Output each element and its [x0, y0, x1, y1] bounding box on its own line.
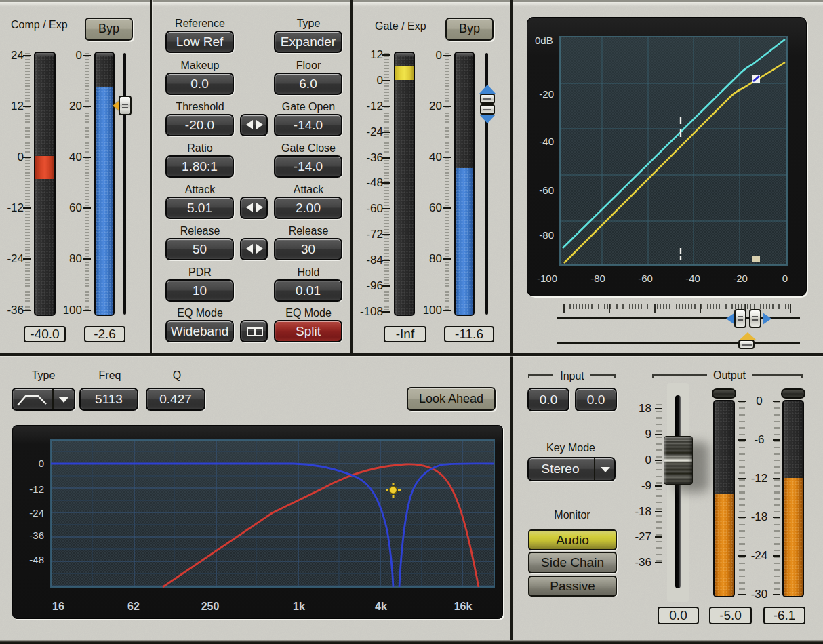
svg-text:62: 62 — [127, 601, 140, 612]
svg-text:-80: -80 — [539, 229, 554, 241]
svg-text:-36: -36 — [29, 529, 44, 541]
svg-text:0dB: 0dB — [535, 35, 553, 46]
svg-text:-48: -48 — [29, 554, 44, 565]
svg-text:16: 16 — [52, 601, 64, 612]
svg-text:1k: 1k — [293, 601, 305, 612]
svg-text:-100: -100 — [537, 273, 557, 284]
svg-text:250: 250 — [201, 601, 220, 612]
svg-text:-80: -80 — [590, 273, 605, 284]
svg-text:-40: -40 — [539, 136, 554, 147]
svg-text:4k: 4k — [375, 601, 387, 612]
svg-text:-20: -20 — [733, 273, 748, 284]
svg-text:0: 0 — [39, 458, 44, 469]
svg-text:-60: -60 — [539, 184, 554, 196]
svg-text:-60: -60 — [638, 273, 653, 284]
svg-text:-24: -24 — [29, 507, 44, 519]
svg-text:-20: -20 — [539, 88, 554, 100]
svg-text:0: 0 — [782, 273, 788, 284]
svg-text:-12: -12 — [29, 483, 44, 495]
svg-text:16k: 16k — [454, 601, 473, 612]
svg-text:-40: -40 — [685, 273, 700, 284]
